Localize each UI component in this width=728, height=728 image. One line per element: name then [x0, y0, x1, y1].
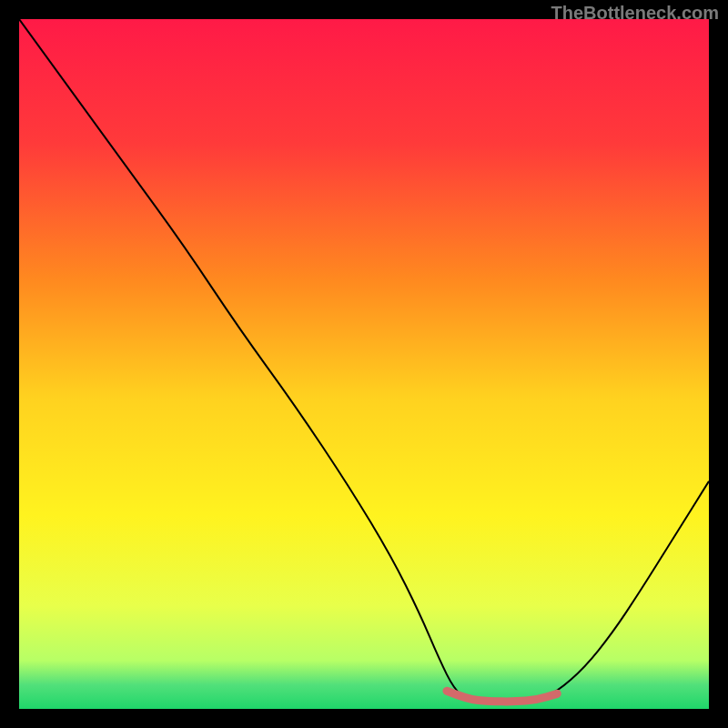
plot-area	[19, 19, 709, 709]
chart-frame: TheBottleneck.com	[0, 0, 728, 728]
bottleneck-curve	[19, 19, 709, 709]
watermark-text: TheBottleneck.com	[551, 3, 719, 24]
